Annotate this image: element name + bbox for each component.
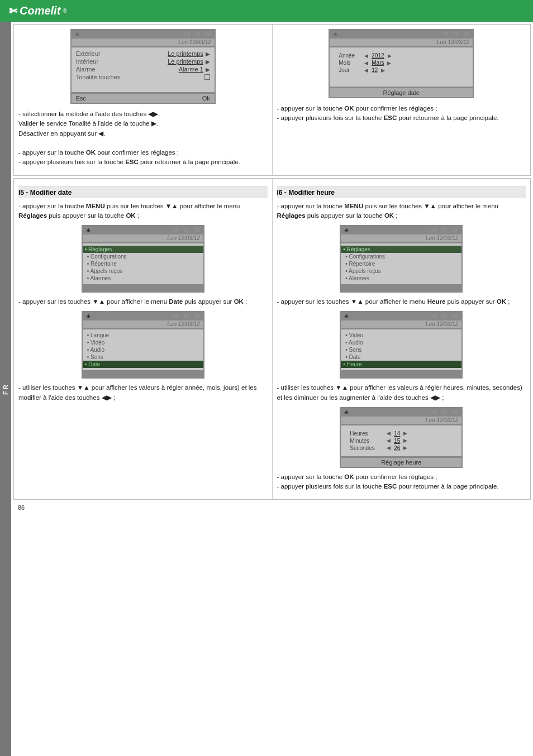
screen-footer: Esc Ok — [72, 94, 215, 103]
left-top-col: ✳ 14 : 15 : 26 Lun 12/03/12 Extérieur — [14, 25, 273, 175]
page: ✄ Comelit ® FR ✳ 14 : — [0, 0, 533, 756]
i6ms2-header: ✳ 14 : 15 : 26 — [341, 312, 461, 320]
i6ms1-item-config: • Configurations — [345, 253, 457, 260]
i5-title: I5 - Modifier date — [18, 186, 268, 198]
screen-time: 14 : 15 : 26 — [183, 31, 211, 37]
ms1-item-alarmes: • Alarmes — [87, 275, 199, 282]
i6-text4: - appuyer sur la touche OK pour confirme… — [277, 472, 526, 492]
rscreen-time: 14 : 15 : 26 — [441, 31, 469, 37]
i6-text1: - appuyer sur la touche MENU puis sur le… — [277, 202, 526, 221]
logo-icon: ✄ — [9, 5, 17, 17]
ms2-item-audio: • Audio — [87, 346, 199, 353]
i6ms1-item-reglages: • Réglages — [341, 246, 461, 253]
i6ms1-body: • Réglages • Configurations • Répertoire… — [341, 243, 461, 284]
i6ms2-item-sons: • Sons — [345, 346, 457, 353]
ms1-item-reglages: • Réglages — [83, 246, 203, 253]
screen-row-ext: Extérieur Le printemps ▶ — [76, 50, 210, 58]
screen-row-int: Intérieur Le printemps ▶ — [76, 58, 210, 65]
i6ms1-item-alarmes: • Alarmes — [345, 275, 457, 282]
left-top-screen: ✳ 14 : 15 : 26 Lun 12/03/12 Extérieur — [70, 29, 216, 104]
fr-label: FR — [2, 383, 9, 395]
ms1-item-rep: • Répertoire — [87, 260, 199, 267]
ms1-item-config: • Configurations — [87, 253, 199, 260]
fr-sidebar: FR — [0, 22, 11, 756]
rscreen-header: ✳ 14 : 15 : 26 — [330, 30, 473, 39]
i6ms2-item-heure: • Heure — [341, 361, 461, 368]
i5-text3: - utiliser les touches ▼▲ pour afficher … — [18, 383, 268, 403]
screen-date: Lun 12/03/12 — [72, 39, 215, 46]
footer-esc: Esc — [76, 95, 86, 102]
ms2-item-video: • Vidéo — [87, 339, 199, 346]
star-icon: ✳ — [75, 31, 79, 37]
i6ms2-item-video: • Vidéo — [345, 332, 457, 339]
right-top-screen: ✳ 14 : 15 : 26 Lun 12/03/12 Année ◀ — [329, 29, 474, 98]
header: ✄ Comelit ® — [0, 0, 533, 22]
date-footer: Réglage date — [330, 88, 473, 97]
i6-menu-screen2: ✳ 14 : 15 : 26 Lun 12/03/12 • Vidéo • Au… — [340, 311, 463, 379]
i6-text3: - utiliser les touches ▼▲ pour afficher … — [277, 383, 526, 403]
screen-row-alarme: Alarme Alarme 1 ▶ — [76, 65, 210, 73]
i5-text2: - appuyer sur les touches ▼▲ pour affich… — [18, 297, 268, 307]
date-body: Année ◀ 2012 ▶ Mois ◀ Mars ▶ — [330, 47, 473, 87]
screen-header: ✳ 14 : 15 : 26 — [72, 30, 215, 39]
ms2-item-date: • Date — [83, 361, 203, 368]
content-area: ✳ 14 : 15 : 26 Lun 12/03/12 Extérieur — [11, 22, 533, 756]
ts-footer: Réglage heure — [341, 458, 461, 467]
top-columns: ✳ 14 : 15 : 26 Lun 12/03/12 Extérieur — [14, 25, 530, 175]
i6ms2-item-audio: • Audio — [345, 339, 457, 346]
screen-body: Extérieur Le printemps ▶ Intérieur — [72, 47, 215, 92]
i6-time-screen: ✳ 14 : 15 : 26 Lun 12/03/12 Heures ◀ 14 — [340, 407, 463, 468]
ts-row-secondes: Secondes ◀ 26 ▶ — [350, 444, 453, 452]
ts-header: ✳ 14 : 15 : 26 — [341, 408, 461, 417]
ts-row-minutes: Minutes ◀ 15 ▶ — [350, 437, 453, 444]
i6ms2-body: • Vidéo • Audio • Sons • Date • Heure — [341, 329, 461, 370]
date-row-jour: Jour ◀ 12 ▶ — [339, 66, 464, 74]
date-row-annee: Année ◀ 2012 ▶ — [339, 52, 464, 59]
ms1-header: ✳ 14 : 15 : 26 — [83, 226, 203, 235]
bottom-columns: I5 - Modifier date - appuyer sur la touc… — [14, 179, 530, 500]
bottom-section: I5 - Modifier date - appuyer sur la touc… — [13, 178, 531, 500]
i5-menu-screen2: ✳ 14 : 15 : 26 Lun 12/03/12 • Langue • V… — [82, 311, 204, 379]
top-section: ✳ 14 : 15 : 26 Lun 12/03/12 Extérieur — [13, 24, 531, 176]
page-number: 86 — [11, 502, 533, 513]
body-area: FR ✳ 14 : 15 : 26 — [0, 22, 533, 756]
date-row-mois: Mois ◀ Mars ▶ — [339, 59, 464, 66]
i6-text2: - appuyer sur les touches ▼▲ pour affich… — [277, 297, 526, 307]
rstar-icon: ✳ — [333, 31, 337, 37]
ms1-item-appels: • Appels reçus — [87, 267, 199, 275]
rscreen-date: Lun 12/03/12 — [330, 39, 473, 46]
i6ms1-item-appels: • Appels reçus — [345, 267, 457, 275]
logo-text: Comelit — [20, 4, 60, 17]
ms1-body: • Réglages • Configurations • Répertoire… — [83, 243, 203, 284]
i6ms1-header: ✳ 14 : 15 : 26 — [341, 226, 461, 235]
i6-title: I6 - Modifier heure — [277, 186, 526, 198]
i6-menu-screen1: ✳ 14 : 15 : 26 Lun 12/03/12 • Réglages •… — [340, 225, 463, 293]
ms2-item-sons: • Sons — [87, 353, 199, 361]
ms2-body: • Langue • Vidéo • Audio • Sons • Date — [83, 329, 203, 370]
i5-text1: - appuyer sur la touche MENU puis sur le… — [18, 202, 268, 221]
ms2-item-langue: • Langue — [87, 332, 199, 339]
footer-ok: Ok — [202, 95, 210, 102]
ts-body: Heures ◀ 14 ▶ Minutes ◀ 15 ▶ — [341, 425, 461, 456]
logo: ✄ Comelit ® — [9, 4, 67, 17]
i6ms1-item-rep: • Répertoire — [345, 260, 457, 267]
i5-menu-screen1: ✳ 14 : 15 : 26 Lun 12/03/12 • Réglages •… — [82, 225, 204, 293]
screen-row-tonalite: Tonalité touches — [76, 73, 210, 81]
ts-row-heures: Heures ◀ 14 ▶ — [350, 430, 453, 437]
i6-col: I6 - Modifier heure - appuyer sur la tou… — [273, 179, 531, 500]
ms2-header: ✳ 14 : 15 : 26 — [83, 312, 203, 320]
left-top-text: - sélectionner la mélodie à l'aide des t… — [18, 109, 268, 168]
right-top-col: ✳ 14 : 15 : 26 Lun 12/03/12 Année ◀ — [273, 25, 531, 175]
right-top-text: - appuyer sur la touche OK pour confirme… — [277, 104, 526, 123]
i5-col: I5 - Modifier date - appuyer sur la touc… — [14, 179, 273, 500]
i6ms2-item-date: • Date — [345, 353, 457, 361]
